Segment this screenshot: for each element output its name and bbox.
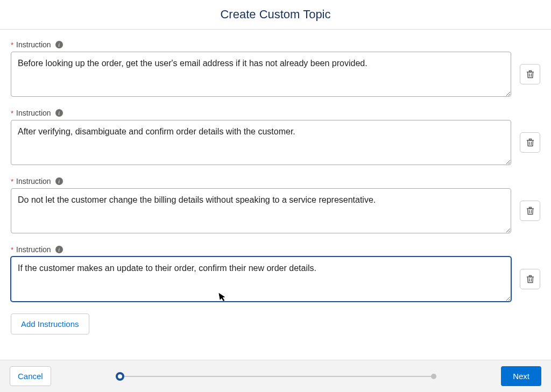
required-indicator: * — [11, 177, 13, 186]
instruction-label: Instruction — [16, 40, 51, 49]
trash-icon — [526, 138, 534, 147]
instruction-label: Instruction — [16, 109, 51, 117]
instruction-label-row: * Instruction i — [11, 40, 540, 49]
cancel-button[interactable]: Cancel — [10, 366, 51, 386]
instruction-block: * Instruction i — [11, 40, 540, 97]
add-instructions-button[interactable]: Add Instructions — [11, 313, 89, 334]
info-icon[interactable]: i — [55, 246, 63, 253]
delete-instruction-button[interactable] — [520, 64, 540, 84]
instruction-label-row: * Instruction i — [11, 177, 540, 186]
instruction-block: * Instruction i — [11, 177, 540, 233]
delete-instruction-button[interactable] — [520, 201, 540, 221]
progress-step-current — [116, 372, 124, 381]
instruction-label: Instruction — [16, 245, 51, 254]
instruction-textarea[interactable] — [11, 120, 511, 165]
progress-indicator — [51, 371, 501, 382]
required-indicator: * — [11, 246, 13, 254]
trash-icon — [526, 70, 534, 79]
info-icon[interactable]: i — [55, 41, 63, 48]
info-icon[interactable]: i — [55, 177, 63, 185]
footer: Cancel Next — [0, 360, 551, 392]
instruction-label-row: * Instruction i — [11, 245, 540, 254]
trash-icon — [526, 275, 534, 283]
delete-instruction-button[interactable] — [520, 132, 540, 153]
instruction-block: * Instruction i — [11, 109, 540, 165]
instruction-textarea[interactable] — [11, 256, 511, 302]
instruction-label: Instruction — [16, 177, 51, 186]
info-icon[interactable]: i — [55, 109, 63, 117]
instruction-block: * Instruction i — [11, 245, 540, 302]
dialog-title: Create Custom Topic — [0, 0, 551, 30]
instruction-textarea[interactable] — [11, 52, 511, 97]
progress-line — [124, 376, 431, 377]
instruction-textarea[interactable] — [11, 188, 511, 233]
content-area: * Instruction i * Instruction i — [0, 30, 551, 358]
trash-icon — [526, 206, 534, 215]
required-indicator: * — [11, 41, 13, 49]
instruction-label-row: * Instruction i — [11, 109, 540, 117]
progress-step-upcoming — [431, 374, 436, 379]
delete-instruction-button[interactable] — [520, 269, 540, 289]
next-button[interactable]: Next — [501, 366, 541, 386]
required-indicator: * — [11, 109, 13, 117]
